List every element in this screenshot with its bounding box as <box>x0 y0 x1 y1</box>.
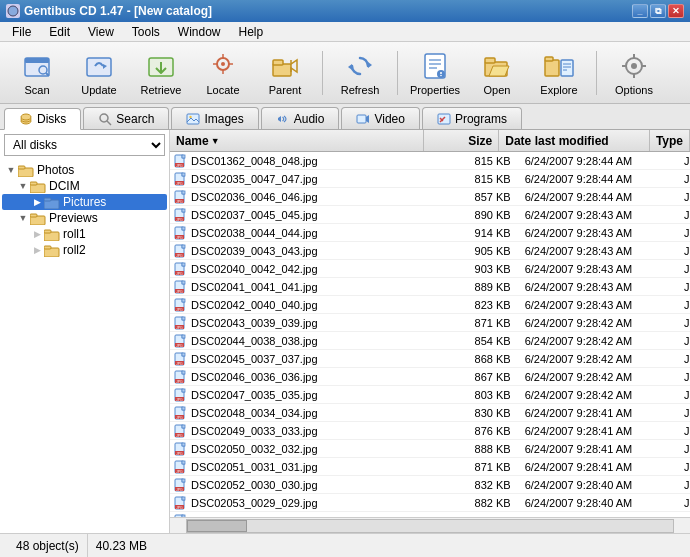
file-row[interactable]: JPG DSC02043_0039_039.jpg871 KB6/24/2007… <box>170 314 690 332</box>
retrieve-button[interactable]: Retrieve <box>132 46 190 100</box>
svg-text:JPG: JPG <box>176 217 183 221</box>
update-button[interactable]: Update <box>70 46 128 100</box>
file-row[interactable]: JPG DSC02040_0042_042.jpg903 KB6/24/2007… <box>170 260 690 278</box>
svg-rect-15 <box>273 60 283 65</box>
file-name-text: DSC02042_0040_040.jpg <box>191 299 318 311</box>
tree-item-dcim[interactable]: ▼ DCIM <box>2 178 167 194</box>
file-tree: ▼ Photos ▼ DCIM ▶ <box>0 160 169 533</box>
properties-button[interactable]: Properties <box>406 46 464 100</box>
scan-button[interactable]: Scan <box>8 46 66 100</box>
file-name-cell: JPG DSC02052_0030_030.jpg <box>170 478 439 492</box>
tab-video[interactable]: Video <box>341 107 419 129</box>
svg-rect-86 <box>182 263 185 266</box>
tab-audio[interactable]: Audio <box>261 107 340 129</box>
tree-item-roll2[interactable]: ▶ roll2 <box>2 242 167 258</box>
svg-point-34 <box>631 63 637 69</box>
tab-disks[interactable]: Disks <box>4 108 81 130</box>
menu-help[interactable]: Help <box>231 23 272 41</box>
restore-button[interactable]: ⧉ <box>650 4 666 18</box>
file-row[interactable]: JPG DSC02038_0044_044.jpg914 KB6/24/2007… <box>170 224 690 242</box>
menu-edit[interactable]: Edit <box>41 23 78 41</box>
locate-button[interactable]: Locate <box>194 46 252 100</box>
file-size-cell: 823 KB <box>439 299 519 311</box>
col-header-type[interactable]: Type <box>650 130 690 151</box>
open-button[interactable]: Open <box>468 46 526 100</box>
svg-rect-44 <box>187 114 199 124</box>
tab-search[interactable]: Search <box>83 107 169 129</box>
col-header-size[interactable]: Size <box>424 130 500 151</box>
file-type-cell: JPG File <box>678 155 690 167</box>
svg-rect-94 <box>182 299 185 302</box>
menu-file[interactable]: File <box>4 23 39 41</box>
tree-toggle-pictures[interactable]: ▶ <box>30 195 44 209</box>
file-row[interactable]: JPG DSC02039_0043_043.jpg905 KB6/24/2007… <box>170 242 690 260</box>
file-row[interactable]: JPG DSC02045_0037_037.jpg868 KB6/24/2007… <box>170 350 690 368</box>
tab-programs[interactable]: Programs <box>422 107 522 129</box>
col-header-date[interactable]: Date last modified <box>499 130 650 151</box>
col-type-label: Type <box>656 134 683 148</box>
file-row[interactable]: JPG DSC02044_0038_038.jpg854 KB6/24/2007… <box>170 332 690 350</box>
tree-item-previews[interactable]: ▼ Previews <box>2 210 167 226</box>
file-row[interactable]: JPG DSC02042_0040_040.jpg823 KB6/24/2007… <box>170 296 690 314</box>
file-name-cell: JPG DSC02040_0042_042.jpg <box>170 262 439 276</box>
file-row[interactable]: JPG DSC02048_0034_034.jpg830 KB6/24/2007… <box>170 404 690 422</box>
explore-button[interactable]: Explore <box>530 46 588 100</box>
status-count-label: 48 object(s) <box>16 539 79 553</box>
file-list-body[interactable]: JPG DSC01362_0048_048.jpg815 KB6/24/2007… <box>170 152 690 517</box>
file-row[interactable]: JPG DSC02051_0031_031.jpg871 KB6/24/2007… <box>170 458 690 476</box>
file-row[interactable]: JPG DSC02052_0030_030.jpg832 KB6/24/2007… <box>170 476 690 494</box>
tree-toggle-dcim[interactable]: ▼ <box>16 179 30 193</box>
svg-text:JPG: JPG <box>176 505 183 509</box>
tree-item-roll1[interactable]: ▶ roll1 <box>2 226 167 242</box>
file-size-cell: 815 KB <box>439 155 519 167</box>
tree-label-photos: Photos <box>37 163 74 177</box>
menu-tools[interactable]: Tools <box>124 23 168 41</box>
svg-rect-14 <box>273 64 291 76</box>
tree-toggle-roll2[interactable]: ▶ <box>30 243 44 257</box>
refresh-button[interactable]: Refresh <box>331 46 389 100</box>
jpg-file-icon: JPG <box>174 280 188 294</box>
tree-toggle-previews[interactable]: ▼ <box>16 211 30 225</box>
svg-rect-126 <box>182 443 185 446</box>
tab-images[interactable]: Images <box>171 107 258 129</box>
file-row[interactable]: JPG DSC02037_0045_045.jpg890 KB6/24/2007… <box>170 206 690 224</box>
col-header-name[interactable]: Name ▼ <box>170 130 424 151</box>
file-name-text: DSC02035_0047_047.jpg <box>191 173 318 185</box>
svg-rect-74 <box>182 209 185 212</box>
tree-item-pictures[interactable]: ▶ Pictures <box>2 194 167 210</box>
file-size-cell: 889 KB <box>439 281 519 293</box>
file-row[interactable]: JPG DSC02036_0046_046.jpg857 KB6/24/2007… <box>170 188 690 206</box>
left-panel: All disks ▼ Photos ▼ DCIM <box>0 130 170 533</box>
file-row[interactable]: JPG DSC02050_0032_032.jpg888 KB6/24/2007… <box>170 440 690 458</box>
file-date-cell: 6/24/2007 9:28:44 AM <box>519 155 678 167</box>
file-date-cell: 6/24/2007 9:28:40 AM <box>519 497 678 509</box>
parent-button[interactable]: Parent <box>256 46 314 100</box>
menu-view[interactable]: View <box>80 23 122 41</box>
file-name-cell: JPG DSC02035_0047_047.jpg <box>170 172 439 186</box>
refresh-icon <box>344 50 376 82</box>
disk-selector[interactable]: All disks <box>4 134 165 156</box>
file-date-cell: 6/24/2007 9:28:41 AM <box>519 443 678 455</box>
tree-toggle-photos[interactable]: ▼ <box>4 163 18 177</box>
tree-item-photos[interactable]: ▼ Photos <box>2 162 167 178</box>
svg-rect-78 <box>182 227 185 230</box>
folder-icon-roll2 <box>44 244 60 257</box>
file-row[interactable]: JPG DSC02041_0041_041.jpg889 KB6/24/2007… <box>170 278 690 296</box>
svg-rect-26 <box>485 58 495 63</box>
jpg-file-icon: JPG <box>174 154 188 168</box>
file-row[interactable]: JPG DSC02047_0035_035.jpg803 KB6/24/2007… <box>170 386 690 404</box>
file-row[interactable]: JPG DSC02046_0036_036.jpg867 KB6/24/2007… <box>170 368 690 386</box>
svg-rect-66 <box>182 173 185 176</box>
file-row[interactable]: JPG DSC01362_0048_048.jpg815 KB6/24/2007… <box>170 152 690 170</box>
toolbar: Scan Update Retrieve <box>0 42 690 104</box>
tree-toggle-roll1[interactable]: ▶ <box>30 227 44 241</box>
file-row[interactable]: JPG DSC02053_0029_029.jpg882 KB6/24/2007… <box>170 494 690 512</box>
file-row[interactable]: JPG DSC02049_0033_033.jpg876 KB6/24/2007… <box>170 422 690 440</box>
horizontal-scrollbar[interactable] <box>170 517 690 533</box>
close-button[interactable]: ✕ <box>668 4 684 18</box>
options-button[interactable]: Options <box>605 46 663 100</box>
menu-window[interactable]: Window <box>170 23 229 41</box>
svg-rect-58 <box>44 230 51 233</box>
minimize-button[interactable]: _ <box>632 4 648 18</box>
file-row[interactable]: JPG DSC02035_0047_047.jpg815 KB6/24/2007… <box>170 170 690 188</box>
